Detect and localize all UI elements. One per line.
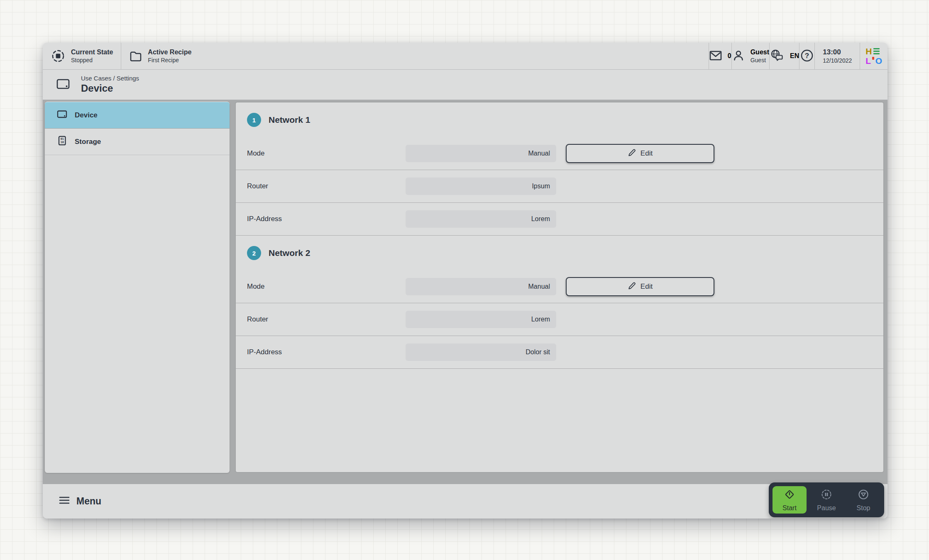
field-value: Ipsum: [532, 183, 550, 190]
settings-content-panel: 1 Network 1 Mode Manual Edit: [235, 102, 884, 473]
user-icon: [732, 49, 745, 63]
field-value: Dolor sit: [526, 348, 550, 356]
router-value-field: Ipsum: [406, 178, 556, 195]
pause-icon: [820, 488, 833, 502]
main-area: Device 01 10 Storage: [43, 100, 887, 484]
section-number-badge: 2: [247, 246, 261, 260]
router-value-field: Lorem: [406, 311, 556, 328]
ip-address-value-field: Dolor sit: [406, 343, 556, 361]
sidebar-item-storage[interactable]: 01 10 Storage: [45, 129, 230, 155]
section-title: Network 1: [269, 115, 310, 125]
clock-date: 12/10/2022: [823, 57, 852, 64]
stop-icon: [857, 488, 870, 502]
globe-language-icon: [770, 49, 785, 64]
edit-button-label: Edit: [641, 149, 653, 158]
app-window: Current State Stopped Active Recipe Firs…: [43, 43, 887, 519]
help-button[interactable]: ?: [799, 43, 814, 69]
machine-control-group: Start Pause: [769, 482, 884, 517]
current-state-value: Stopped: [71, 57, 113, 63]
field-row-mode: Mode Manual Edit: [236, 270, 883, 303]
menu-label: Menu: [76, 496, 101, 507]
desktop-background: Current State Stopped Active Recipe Firs…: [0, 0, 929, 560]
messages-button[interactable]: 0: [709, 43, 731, 69]
field-row-ip-address: IP-Address Lorem: [236, 203, 883, 235]
page-title: Device: [81, 83, 139, 95]
start-diamond-icon: [783, 488, 796, 502]
field-label: Mode: [247, 282, 406, 291]
section-number-badge: 1: [247, 113, 261, 127]
field-row-router: Router Lorem: [236, 303, 883, 336]
row-divider: [236, 368, 883, 369]
user-role: Guest: [751, 57, 769, 63]
svg-text:?: ?: [805, 52, 809, 60]
field-value: Lorem: [531, 316, 550, 323]
stop-button[interactable]: Stop: [846, 486, 880, 514]
machine-state-stop-icon: [51, 49, 66, 63]
field-label: Mode: [247, 149, 406, 158]
pencil-icon: [628, 282, 636, 292]
settings-sidebar: Device 01 10 Storage: [45, 102, 230, 473]
current-state-label: Current State: [71, 49, 113, 56]
clock-display: 13:00 12/10/2022: [814, 43, 860, 69]
user-button[interactable]: Guest Guest: [731, 43, 769, 69]
field-row-mode: Mode Manual Edit: [236, 137, 883, 170]
active-recipe-indicator: Active Recipe First Recipe: [121, 43, 199, 69]
start-button[interactable]: Start: [773, 486, 807, 514]
hamburger-icon: [59, 495, 70, 508]
field-value: Manual: [528, 283, 550, 290]
mode-value-field: Manual: [406, 278, 556, 295]
folder-icon: [129, 49, 142, 63]
page-header: Use Cases / Settings Device: [43, 70, 887, 100]
messages-count: 0: [728, 52, 731, 60]
start-label: Start: [782, 504, 797, 512]
sidebar-item-label: Device: [75, 111, 98, 119]
ip-address-value-field: Lorem: [406, 210, 556, 228]
language-code: EN: [790, 52, 799, 60]
clock-time: 13:00: [823, 48, 852, 56]
edit-mode-button[interactable]: Edit: [566, 277, 714, 296]
device-icon: [56, 109, 68, 122]
section-title: Network 2: [269, 248, 310, 258]
mode-value-field: Manual: [406, 145, 556, 162]
device-screen-icon: [55, 76, 71, 93]
mail-icon: [709, 50, 722, 63]
edit-mode-button[interactable]: Edit: [566, 144, 714, 163]
section-header-network-1: 1 Network 1: [236, 102, 883, 137]
help-icon: ?: [799, 48, 814, 64]
field-row-router: Router Ipsum: [236, 170, 883, 202]
edit-button-label: Edit: [641, 282, 653, 291]
menu-button[interactable]: Menu: [56, 494, 104, 509]
pencil-icon: [628, 149, 636, 159]
storage-binary-icon: 01 10: [56, 135, 68, 148]
sidebar-item-device[interactable]: Device: [45, 102, 230, 129]
active-recipe-value: First Recipe: [148, 57, 191, 63]
user-name: Guest: [751, 49, 769, 56]
field-label: IP-Address: [247, 215, 406, 223]
breadcrumb: Use Cases / Settings: [81, 75, 139, 82]
pause-button[interactable]: Pause: [809, 486, 843, 514]
pause-label: Pause: [817, 504, 836, 512]
field-label: Router: [247, 182, 406, 190]
sidebar-item-label: Storage: [75, 138, 101, 146]
field-value: Manual: [528, 150, 550, 157]
stop-label: Stop: [857, 504, 870, 512]
bottom-bar: Menu Start: [43, 484, 887, 519]
active-recipe-label: Active Recipe: [148, 49, 191, 56]
helio-logo-icon: H L O: [865, 47, 882, 65]
section-header-network-2: 2 Network 2: [236, 236, 883, 270]
field-row-ip-address: IP-Address Dolor sit: [236, 336, 883, 368]
current-state-indicator: Current State Stopped: [43, 43, 121, 69]
field-label: Router: [247, 315, 406, 324]
svg-text:01: 01: [61, 137, 64, 141]
brand-logo: H L O: [860, 43, 887, 69]
field-value: Lorem: [531, 215, 550, 223]
topbar-spacer: [199, 43, 708, 69]
svg-text:10: 10: [61, 141, 64, 144]
field-label: IP-Address: [247, 348, 406, 356]
language-button[interactable]: EN: [769, 43, 799, 69]
top-status-bar: Current State Stopped Active Recipe Firs…: [43, 43, 887, 70]
